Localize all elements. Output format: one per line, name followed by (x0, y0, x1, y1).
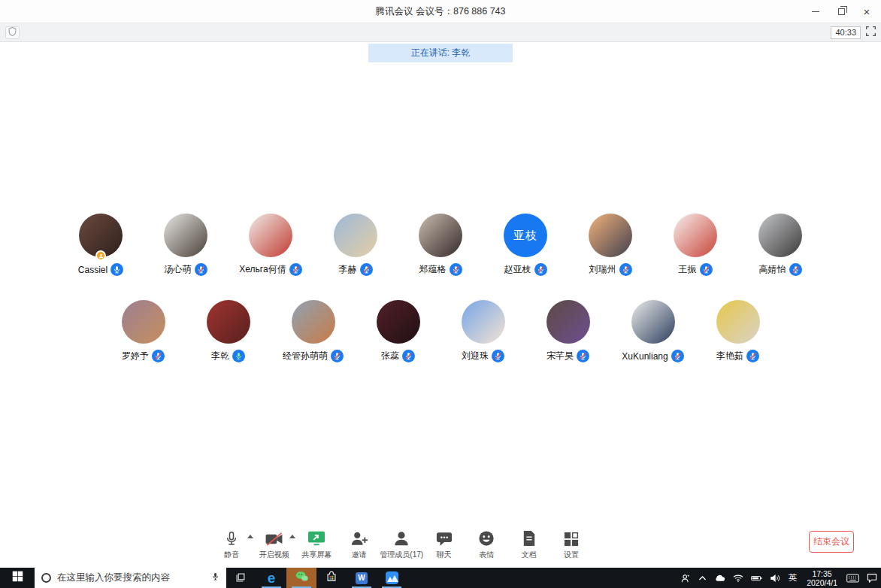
participant-tile[interactable]: 刘迎珠 (440, 300, 525, 362)
participant-tile[interactable]: 李赫 (313, 214, 398, 276)
shield-icon (8, 26, 17, 39)
ime-language-indicator[interactable]: 英 (784, 568, 802, 588)
minimize-button[interactable] (803, 0, 828, 23)
mic-status-icon[interactable] (402, 350, 415, 362)
meeting-statusbar: 40:33 (0, 23, 881, 42)
mic-status-icon[interactable] (492, 350, 504, 362)
participant-row-2: 罗婷予李乾经管孙萌萌张蕊刘迎珠宋芊昊XuKunliang李艳茹 (101, 300, 780, 362)
volume-icon[interactable] (766, 568, 784, 588)
participant-name-row: 刘迎珠 (462, 350, 504, 362)
clock-time: 17:35 (812, 569, 831, 578)
people-button[interactable] (677, 568, 695, 588)
toolbar-button-emoji[interactable]: 表情 (465, 528, 508, 560)
participant-tile[interactable]: 郑蕴格 (398, 214, 483, 276)
participant-tile[interactable]: Хельга何倩 (229, 214, 313, 276)
security-shield-button[interactable] (5, 26, 20, 39)
participant-tile[interactable]: 经管孙萌萌 (271, 300, 356, 362)
close-button[interactable]: × (854, 0, 879, 23)
taskbar-app-wps[interactable]: W (347, 568, 377, 588)
fullscreen-icon (866, 26, 876, 39)
cortana-icon (41, 573, 51, 583)
toolbar-button-camera-off[interactable]: 开启视频 (253, 528, 296, 560)
participant-tile[interactable]: Cassiel (59, 214, 144, 276)
participant-tile[interactable]: 刘瑞州 (568, 214, 653, 276)
taskbar-app-meeting[interactable] (377, 568, 407, 588)
hidden-icons-chevron[interactable] (695, 568, 710, 588)
wifi-icon[interactable] (729, 568, 747, 588)
participant-tile[interactable]: 李乾 (186, 300, 271, 362)
participant-tile[interactable]: 王振 (653, 214, 738, 276)
touch-keyboard-button[interactable] (843, 568, 863, 588)
participant-avatar (758, 214, 802, 257)
toolbar-button-members[interactable]: 管理成员(17) (380, 528, 423, 560)
toolbar-button-settings[interactable]: 设置 (550, 528, 593, 560)
microsoft-store-icon (326, 571, 337, 585)
participant-avatar (377, 300, 420, 344)
participant-tile[interactable]: 罗婷予 (101, 300, 186, 362)
mic-status-icon[interactable] (152, 350, 165, 362)
participant-tile[interactable]: XuKunliang (610, 300, 695, 362)
action-center-button[interactable] (863, 568, 881, 588)
participant-name-row: 郑蕴格 (419, 263, 462, 276)
caret-up-icon[interactable] (247, 535, 253, 538)
participant-tile[interactable]: 李艳茹 (695, 300, 780, 362)
participant-avatar (674, 214, 717, 257)
participant-name: Хельга何倩 (239, 263, 286, 276)
toolbar-button-label: 共享屏幕 (301, 550, 332, 560)
caret-up-icon[interactable] (289, 535, 295, 538)
restore-button[interactable] (828, 0, 854, 23)
participant-tile[interactable]: 汤心萌 (144, 214, 229, 276)
end-meeting-button[interactable]: 结束会议 (809, 531, 854, 553)
participant-name: XuKunliang (622, 351, 668, 362)
mic-status-icon[interactable] (619, 263, 632, 276)
task-view-button[interactable] (226, 568, 256, 588)
toolbar-button-mic[interactable]: 静音 (210, 528, 253, 560)
mic-status-icon[interactable] (450, 263, 462, 276)
participant-name: 王振 (679, 263, 697, 276)
participant-name: 赵亚枝 (504, 263, 531, 276)
mic-status-icon[interactable] (746, 350, 759, 362)
taskbar-app-wechat[interactable] (286, 568, 316, 588)
mic-status-icon[interactable] (789, 263, 802, 276)
mic-status-icon[interactable] (700, 263, 713, 276)
active-speaker-banner: 正在讲话: 李乾 (368, 44, 513, 62)
taskbar-clock[interactable]: 17:35 2020/4/1 (801, 568, 843, 588)
participant-avatar (249, 214, 292, 257)
participant-tile[interactable]: 高婧怡 (738, 214, 823, 276)
toolbar-button-share-screen[interactable]: 共享屏幕 (295, 528, 338, 560)
mic-status-icon[interactable] (360, 263, 373, 276)
participant-name-row: 李艳茹 (716, 350, 759, 362)
onedrive-cloud-icon[interactable] (710, 568, 729, 588)
participant-name: 李乾 (211, 350, 229, 362)
participant-name-row: 高婧怡 (759, 263, 802, 276)
mic-status-icon[interactable] (534, 263, 547, 276)
participant-avatar (164, 214, 207, 257)
mic-status-icon[interactable] (671, 350, 684, 362)
mic-status-icon[interactable] (577, 350, 589, 362)
toolbar-buttons: 静音开启视频共享屏幕邀请管理成员(17)聊天表情文档设置 (210, 528, 593, 560)
start-button[interactable] (0, 568, 35, 588)
toolbar-button-docs[interactable]: 文档 (508, 528, 551, 560)
participant-name: 郑蕴格 (419, 263, 447, 276)
mic-status-icon[interactable] (232, 350, 245, 362)
participant-name-row: Хельга何倩 (239, 263, 301, 276)
participant-name: 李艳茹 (716, 350, 743, 362)
participant-tile[interactable]: 宋芊昊 (525, 300, 610, 362)
search-mic-icon[interactable] (211, 571, 219, 585)
mic-status-icon[interactable] (195, 263, 207, 276)
taskbar-app-edge[interactable]: e (256, 568, 286, 588)
taskbar-app-store[interactable] (316, 568, 347, 588)
participant-name: 罗婷予 (122, 350, 149, 362)
participant-tile[interactable]: 亚枝赵亚枝 (483, 214, 568, 276)
mic-status-icon[interactable] (111, 263, 123, 276)
toolbar-button-chat[interactable]: 聊天 (423, 528, 466, 560)
mic-status-icon[interactable] (331, 350, 344, 362)
toolbar-button-invite[interactable]: 邀请 (338, 528, 381, 560)
participant-name: 张蕊 (381, 350, 399, 362)
participant-avatar (462, 300, 505, 344)
mic-status-icon[interactable] (289, 263, 302, 276)
taskbar-search-input[interactable]: 在这里输入你要搜索的内容 (35, 568, 226, 588)
fullscreen-button[interactable] (866, 26, 876, 39)
battery-icon[interactable] (747, 568, 766, 588)
participant-tile[interactable]: 张蕊 (356, 300, 440, 362)
